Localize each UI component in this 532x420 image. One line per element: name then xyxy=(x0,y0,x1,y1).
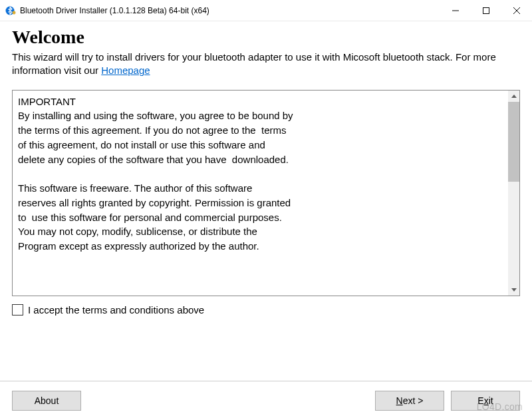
accept-terms-checkbox[interactable] xyxy=(12,304,23,315)
intro-text: This wizard will try to install drivers … xyxy=(12,51,520,78)
accept-terms-label: I accept the terms and conditions above xyxy=(28,304,204,315)
exit-button[interactable]: Exit xyxy=(451,391,520,411)
close-button[interactable] xyxy=(501,0,532,21)
button-bar: About Next > Exit xyxy=(0,381,532,420)
license-text[interactable]: IMPORTANT By installing and using the so… xyxy=(13,91,508,296)
license-box: IMPORTANT By installing and using the so… xyxy=(12,90,520,296)
minimize-button[interactable] xyxy=(440,0,471,21)
intro-text-body: This wizard will try to install drivers … xyxy=(12,51,496,76)
scroll-up-arrow[interactable] xyxy=(508,91,519,102)
svg-rect-2 xyxy=(14,12,15,13)
content-area: Welcome This wizard will try to install … xyxy=(0,21,532,315)
bluetooth-icon xyxy=(5,5,16,16)
titlebar: Bluetooth Driver Installer (1.0.1.128 Be… xyxy=(0,0,532,21)
accept-terms-row: I accept the terms and conditions above xyxy=(12,304,520,315)
window-title: Bluetooth Driver Installer (1.0.1.128 Be… xyxy=(20,6,440,15)
scroll-down-arrow[interactable] xyxy=(508,284,519,296)
scrollbar[interactable] xyxy=(508,91,519,296)
about-button[interactable]: About xyxy=(12,391,81,411)
window-controls xyxy=(440,0,532,21)
maximize-button[interactable] xyxy=(471,0,501,21)
page-title: Welcome xyxy=(12,27,520,48)
svg-rect-4 xyxy=(483,7,489,13)
scrollbar-thumb[interactable] xyxy=(508,102,519,182)
next-button[interactable]: Next > xyxy=(375,391,444,411)
homepage-link[interactable]: Homepage xyxy=(101,65,150,76)
